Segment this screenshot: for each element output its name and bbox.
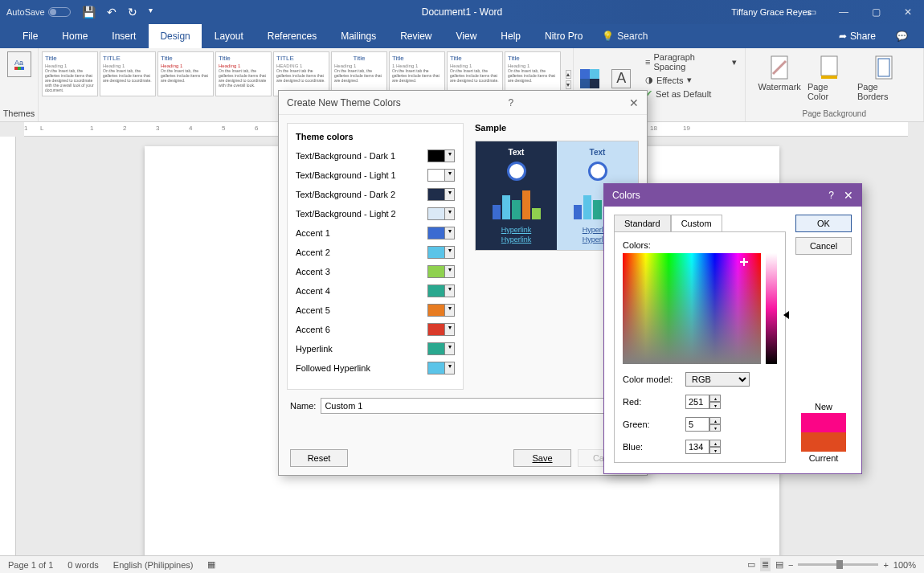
zoom-level[interactable]: 100%: [893, 560, 916, 570]
read-mode-icon[interactable]: ▭: [747, 559, 755, 570]
watermark-button[interactable]: Watermark: [758, 55, 801, 101]
save-button[interactable]: Save: [513, 449, 571, 467]
help-icon[interactable]: ?: [828, 190, 834, 201]
save-icon[interactable]: 💾: [82, 6, 96, 18]
reset-button[interactable]: Reset: [290, 449, 348, 467]
share-button[interactable]: ➦ Share: [839, 31, 876, 42]
language[interactable]: English (Philippines): [113, 560, 194, 570]
page-borders-icon: [873, 55, 895, 80]
tab-nitro[interactable]: Nitro Pro: [534, 24, 594, 48]
spin-up-icon[interactable]: ▴: [709, 440, 721, 447]
style-set[interactable]: TitleHeading 1On the Insert tab, the gal…: [157, 51, 214, 96]
tab-file[interactable]: File: [11, 24, 49, 48]
color-dropdown[interactable]: ▾: [427, 362, 455, 374]
vertical-ruler[interactable]: [0, 137, 16, 555]
color-dropdown[interactable]: ▾: [427, 323, 455, 336]
color-dropdown[interactable]: ▾: [427, 207, 455, 220]
maximize-icon[interactable]: ▢: [860, 0, 892, 24]
autosave-toggle[interactable]: AutoSave: [6, 7, 71, 17]
color-dropdown[interactable]: ▾: [427, 246, 455, 259]
set-default-label: Set as Default: [656, 89, 711, 99]
gallery-down-icon[interactable]: ▾: [566, 80, 571, 89]
redo-icon[interactable]: ↻: [128, 6, 137, 18]
macro-icon[interactable]: ▦: [207, 559, 215, 570]
tab-home[interactable]: Home: [51, 24, 99, 48]
paragraph-spacing-button[interactable]: ≡ Paragraph Spacing ▾: [644, 51, 738, 72]
gallery-up-icon[interactable]: ▴: [566, 70, 571, 79]
print-layout-icon[interactable]: ≣: [760, 558, 771, 571]
toggle-icon[interactable]: [48, 7, 71, 17]
color-dropdown[interactable]: ▾: [427, 265, 455, 278]
ok-button[interactable]: OK: [795, 215, 852, 232]
spin-up-icon[interactable]: ▴: [709, 395, 721, 402]
color-dropdown[interactable]: ▾: [427, 188, 455, 201]
red-spinner[interactable]: ▴▾: [685, 395, 721, 409]
spin-down-icon[interactable]: ▾: [709, 402, 721, 409]
tab-help[interactable]: Help: [489, 24, 532, 48]
tab-review[interactable]: Review: [389, 24, 443, 48]
name-input[interactable]: [321, 398, 636, 414]
web-layout-icon[interactable]: ▤: [775, 559, 783, 570]
color-preview: New Current: [795, 402, 852, 463]
tell-me-search[interactable]: 💡 Search: [602, 31, 648, 42]
color-spectrum[interactable]: [623, 253, 761, 364]
themes-button[interactable]: Aa: [7, 51, 31, 77]
spin-up-icon[interactable]: ▴: [709, 417, 721, 424]
custom-color-panel: Colors: Color model: RGB Red: ▴▾ Green: …: [614, 231, 786, 463]
spin-down-icon[interactable]: ▾: [709, 447, 721, 454]
color-tabs: Standard Custom: [614, 215, 786, 231]
tab-view[interactable]: View: [445, 24, 489, 48]
theme-color-label: Followed Hyperlink: [296, 363, 370, 373]
word-count[interactable]: 0 words: [67, 560, 99, 570]
close-icon[interactable]: ✕: [892, 0, 924, 24]
color-dropdown[interactable]: ▾: [427, 284, 455, 297]
minimize-icon[interactable]: —: [828, 0, 860, 24]
ribbon-options-icon[interactable]: ▭: [795, 0, 828, 24]
spin-down-icon[interactable]: ▾: [709, 424, 721, 432]
dialog-titlebar[interactable]: Create New Theme Colors ? ✕: [279, 91, 647, 115]
color-dropdown[interactable]: ▾: [427, 342, 455, 355]
zoom-in-icon[interactable]: +: [883, 560, 888, 570]
comments-icon[interactable]: 💬: [896, 31, 908, 42]
zoom-out-icon[interactable]: −: [788, 560, 793, 570]
tab-references[interactable]: References: [256, 24, 328, 48]
svg-rect-3: [821, 76, 837, 79]
color-model-select[interactable]: RGB: [685, 372, 750, 387]
qat-more-icon[interactable]: ▾: [149, 6, 153, 18]
close-icon[interactable]: ✕: [844, 189, 853, 202]
title-bar: AutoSave 💾 ↶ ↻ ▾ Document1 - Word Tiffan…: [0, 0, 924, 24]
set-default-button[interactable]: ✔ Set as Default: [644, 88, 738, 100]
tab-design[interactable]: Design: [149, 24, 201, 48]
undo-icon[interactable]: ↶: [107, 6, 117, 18]
tab-insert[interactable]: Insert: [100, 24, 147, 48]
tab-mailings[interactable]: Mailings: [329, 24, 387, 48]
style-set[interactable]: TitleHeading 1On the Insert tab, the gal…: [215, 51, 272, 96]
tab-layout[interactable]: Layout: [203, 24, 255, 48]
color-dropdown[interactable]: ▾: [427, 149, 455, 162]
green-spinner[interactable]: ▴▾: [685, 417, 721, 432]
red-input[interactable]: [685, 395, 709, 409]
blue-input[interactable]: [685, 440, 709, 454]
page-count[interactable]: Page 1 of 1: [8, 560, 53, 570]
tab-custom[interactable]: Custom: [671, 215, 722, 231]
close-icon[interactable]: ✕: [629, 96, 639, 109]
style-set[interactable]: TITLEHeading 1On the Insert tab, the gal…: [100, 51, 156, 96]
tab-standard[interactable]: Standard: [614, 215, 671, 231]
help-icon[interactable]: ?: [509, 97, 514, 108]
current-color-swatch: [801, 432, 846, 452]
theme-color-row: Followed Hyperlink▾: [296, 362, 455, 374]
color-dropdown[interactable]: ▾: [427, 227, 455, 239]
blue-spinner[interactable]: ▴▾: [685, 440, 721, 454]
page-borders-button[interactable]: Page Borders: [857, 55, 910, 101]
dialog-titlebar[interactable]: Colors ? ✕: [604, 184, 861, 207]
color-dropdown[interactable]: ▾: [427, 169, 455, 182]
cancel-button[interactable]: Cancel: [795, 237, 852, 255]
style-set[interactable]: TitleHeading 1On the Insert tab, the gal…: [42, 51, 98, 96]
zoom-slider[interactable]: [798, 563, 878, 566]
page-color-button[interactable]: Page Color: [807, 55, 851, 101]
luminance-slider[interactable]: [766, 253, 777, 364]
color-dropdown[interactable]: ▾: [427, 304, 455, 317]
theme-color-row: Accent 3▾: [296, 265, 455, 278]
effects-button[interactable]: ◑ Effects ▾: [644, 74, 738, 86]
green-input[interactable]: [685, 417, 709, 432]
